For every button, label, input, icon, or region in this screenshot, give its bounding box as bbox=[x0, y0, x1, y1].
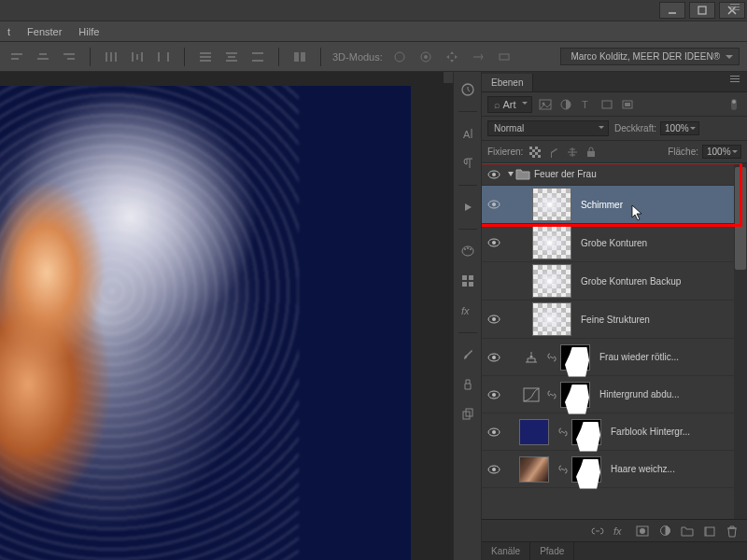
layer-thumbnail[interactable] bbox=[519, 456, 549, 483]
3d-roll-icon[interactable] bbox=[416, 48, 435, 66]
layer-thumbnail[interactable] bbox=[532, 302, 571, 336]
layer-name[interactable]: Schimmer bbox=[581, 200, 623, 210]
layer-name[interactable]: Farblook Hintergr... bbox=[611, 427, 690, 437]
mask-thumbnail[interactable] bbox=[571, 419, 601, 445]
scrollbar-thumb[interactable] bbox=[735, 167, 746, 270]
distribute-icon[interactable] bbox=[102, 48, 120, 66]
align-icon[interactable] bbox=[7, 48, 26, 66]
layer-mask-icon[interactable] bbox=[635, 525, 650, 538]
layer-row[interactable]: Grobe Konturen bbox=[482, 224, 747, 262]
layer-row[interactable]: Farblook Hintergr... bbox=[482, 413, 747, 451]
layer-thumbnail[interactable] bbox=[532, 188, 571, 221]
layer-name[interactable]: Grobe Konturen bbox=[581, 238, 647, 248]
new-layer-icon[interactable] bbox=[702, 525, 717, 538]
distribute-v-icon[interactable] bbox=[196, 48, 215, 66]
visibility-toggle[interactable] bbox=[482, 238, 506, 247]
color-icon[interactable] bbox=[459, 243, 476, 259]
scrollbar[interactable] bbox=[734, 163, 747, 519]
paragraph-icon[interactable] bbox=[459, 155, 476, 172]
panel-menu-icon[interactable] bbox=[730, 4, 743, 15]
history-icon[interactable] bbox=[459, 81, 476, 98]
visibility-toggle[interactable] bbox=[482, 353, 506, 362]
visibility-toggle[interactable] bbox=[482, 465, 506, 474]
character-icon[interactable]: A bbox=[459, 125, 476, 142]
mask-thumbnail[interactable] bbox=[560, 382, 590, 408]
3d-slide-icon[interactable] bbox=[469, 48, 487, 66]
menu-item[interactable]: t bbox=[7, 26, 10, 37]
layer-style-icon[interactable]: fx bbox=[613, 525, 627, 538]
workspace-dropdown[interactable]: Marco Kolditz, MEER DER IDEEN® bbox=[560, 48, 740, 65]
canvas-image[interactable] bbox=[0, 86, 411, 560]
layer-thumbnail[interactable] bbox=[519, 419, 549, 445]
menu-item-help[interactable]: Hilfe bbox=[78, 26, 99, 37]
brush-icon[interactable] bbox=[459, 346, 476, 363]
lock-all-icon[interactable] bbox=[585, 146, 598, 159]
layer-name[interactable]: Feine Strukturen bbox=[581, 315, 650, 325]
visibility-toggle[interactable] bbox=[482, 427, 506, 437]
distribute-v-icon[interactable] bbox=[248, 48, 267, 66]
lock-pixels-icon[interactable] bbox=[547, 146, 560, 159]
distribute-v-icon[interactable] bbox=[222, 48, 241, 66]
3d-rotate-icon[interactable] bbox=[390, 48, 409, 66]
layer-name[interactable]: Frau wieder rötlic... bbox=[599, 352, 679, 362]
styles-icon[interactable]: fx bbox=[459, 302, 476, 319]
canvas-area[interactable] bbox=[0, 72, 453, 560]
layer-row-adjustment[interactable]: Frau wieder rötlic... bbox=[482, 339, 747, 376]
auto-align-icon[interactable] bbox=[290, 48, 309, 66]
menu-item-window[interactable]: Fenster bbox=[27, 26, 62, 37]
visibility-toggle[interactable] bbox=[482, 200, 506, 209]
minimize-button[interactable] bbox=[659, 2, 685, 19]
layer-name[interactable]: Hintergrund abdu... bbox=[599, 389, 680, 399]
filter-type-icon[interactable]: T bbox=[579, 98, 594, 111]
layer-thumbnail[interactable] bbox=[532, 264, 571, 298]
layer-row[interactable]: Feine Strukturen bbox=[482, 301, 747, 339]
visibility-toggle[interactable] bbox=[482, 170, 506, 179]
3d-pan-icon[interactable] bbox=[443, 48, 461, 66]
tab-channels[interactable]: Kanäle bbox=[482, 542, 530, 560]
lock-transparency-icon[interactable] bbox=[529, 146, 542, 159]
3d-scale-icon[interactable] bbox=[495, 48, 514, 66]
filter-shape-icon[interactable] bbox=[599, 98, 614, 111]
brush-presets-icon[interactable] bbox=[459, 376, 476, 393]
layer-row[interactable]: Grobe Konturen Backup bbox=[482, 262, 747, 301]
swatches-icon[interactable] bbox=[459, 273, 476, 289]
layer-thumbnail[interactable] bbox=[532, 226, 571, 259]
mask-thumbnail[interactable] bbox=[560, 344, 590, 371]
layer-name[interactable]: Feuer der Frau bbox=[534, 169, 597, 179]
lock-position-icon[interactable] bbox=[566, 146, 579, 159]
align-icon[interactable] bbox=[60, 48, 78, 66]
actions-icon[interactable] bbox=[459, 199, 476, 216]
panel-collapse-handle[interactable] bbox=[444, 72, 453, 83]
layer-name[interactable]: Haare weichz... bbox=[611, 464, 675, 474]
visibility-toggle[interactable] bbox=[482, 390, 506, 399]
tab-layers[interactable]: Ebenen bbox=[482, 74, 533, 91]
tab-paths[interactable]: Pfade bbox=[530, 542, 574, 560]
delete-layer-icon[interactable] bbox=[725, 525, 740, 538]
visibility-toggle[interactable] bbox=[482, 315, 506, 324]
opacity-input[interactable]: 100% bbox=[660, 121, 699, 135]
layer-row[interactable]: Haare weichz... bbox=[482, 451, 747, 488]
filter-type-dropdown[interactable]: ⌕ Art bbox=[487, 96, 532, 113]
clone-source-icon[interactable] bbox=[459, 406, 476, 423]
adjustment-layer-icon[interactable] bbox=[657, 525, 672, 538]
layer-row-selected[interactable]: Schimmer bbox=[482, 186, 747, 224]
layer-name[interactable]: Grobe Konturen Backup bbox=[581, 276, 681, 287]
layer-row-adjustment[interactable]: Hintergrund abdu... bbox=[482, 376, 747, 413]
filter-adjustment-icon[interactable] bbox=[558, 98, 573, 111]
blend-mode-dropdown[interactable]: Normal bbox=[487, 120, 609, 136]
filter-pixel-icon[interactable] bbox=[538, 98, 553, 111]
mask-thumbnail[interactable] bbox=[571, 456, 601, 483]
filter-smart-icon[interactable] bbox=[620, 98, 635, 111]
filter-toggle-icon[interactable] bbox=[726, 98, 741, 111]
distribute-icon[interactable] bbox=[154, 48, 173, 66]
fill-input[interactable]: 100% bbox=[702, 145, 741, 159]
layer-list[interactable]: Feuer der Frau Schimmer Grobe Konturen bbox=[482, 163, 747, 519]
layer-group-row[interactable]: Feuer der Frau bbox=[482, 163, 747, 186]
disclosure-triangle-icon[interactable] bbox=[506, 170, 515, 179]
link-layers-icon[interactable] bbox=[590, 525, 605, 538]
distribute-icon[interactable] bbox=[128, 48, 147, 66]
new-group-icon[interactable] bbox=[680, 525, 695, 538]
align-icon[interactable] bbox=[34, 48, 52, 66]
panel-menu-icon[interactable] bbox=[730, 76, 743, 87]
maximize-button[interactable] bbox=[689, 2, 715, 19]
